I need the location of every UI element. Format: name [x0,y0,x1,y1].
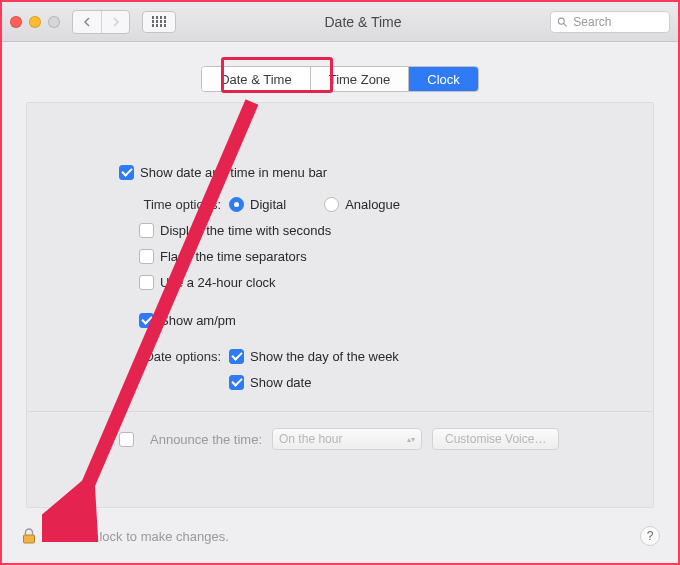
footer: Click the lock to make changes. ? [2,515,678,563]
settings-panel: Show date and time in menu bar Time opti… [26,102,654,508]
chevron-updown-icon: ▴▾ [407,437,415,442]
nav-segmented [72,10,130,34]
tab-segmented-control: Date & Time Time Zone Clock [201,66,479,92]
lock-text: Click the lock to make changes. [46,529,229,544]
display-seconds-label: Display the time with seconds [160,223,331,238]
tab-time-zone[interactable]: Time Zone [310,67,409,91]
announce-label: Announce the time: [150,432,262,447]
analogue-label: Analogue [345,197,400,212]
forward-button[interactable] [101,11,129,33]
show-all-button[interactable] [142,11,176,33]
announce-row: Announce the time: On the hour ▴▾ Custom… [119,428,633,450]
back-button[interactable] [73,11,101,33]
date-options-row: Date options: Show the day of the week [119,345,633,367]
show-date-row: Show date [229,371,633,393]
minimize-window-icon[interactable] [29,16,41,28]
announce-checkbox[interactable] [119,432,134,447]
window-controls [10,16,60,28]
announce-interval-value: On the hour [279,432,342,446]
time-sub-options: Display the time with seconds Flash the … [139,219,633,331]
show-in-menu-bar-checkbox[interactable] [119,165,134,180]
content-area: Date & Time Time Zone Clock Show date an… [2,42,678,563]
date-options-label: Date options: [119,349,229,364]
customise-voice-button[interactable]: Customise Voice… [432,428,559,450]
search-input[interactable] [571,14,663,30]
show-date-label: Show date [250,375,311,390]
display-seconds-checkbox[interactable] [139,223,154,238]
digital-label: Digital [250,197,286,212]
analogue-radio[interactable] [324,197,339,212]
zoom-window-icon [48,16,60,28]
digital-radio[interactable] [229,197,244,212]
show-in-menu-bar-row: Show date and time in menu bar [119,161,633,183]
flash-separators-checkbox[interactable] [139,249,154,264]
announce-interval-popup[interactable]: On the hour ▴▾ [272,428,422,450]
use-24h-checkbox[interactable] [139,275,154,290]
divider [27,411,653,412]
flash-separators-label: Flash the time separators [160,249,307,264]
tab-date-time[interactable]: Date & Time [202,67,310,91]
time-options-label: Time options: [119,197,229,212]
svg-point-0 [558,18,564,24]
show-date-checkbox[interactable] [229,375,244,390]
use-24h-label: Use a 24-hour clock [160,275,276,290]
search-field[interactable] [550,11,670,33]
titlebar: Date & Time [2,2,678,42]
svg-line-1 [564,23,567,26]
grid-icon [152,16,167,27]
show-in-menu-bar-label: Show date and time in menu bar [140,165,327,180]
help-button[interactable]: ? [640,526,660,546]
show-ampm-label: Show am/pm [160,313,236,328]
close-window-icon[interactable] [10,16,22,28]
time-options-row: Time options: Digital Analogue [119,193,633,215]
show-day-of-week-checkbox[interactable] [229,349,244,364]
search-icon [557,16,567,28]
tabbar: Date & Time Time Zone Clock [2,42,678,92]
tab-clock[interactable]: Clock [408,67,478,91]
lock-icon[interactable] [20,527,38,545]
svg-rect-2 [24,535,35,543]
show-ampm-checkbox[interactable] [139,313,154,328]
window-title: Date & Time [182,14,544,30]
show-day-of-week-label: Show the day of the week [250,349,399,364]
